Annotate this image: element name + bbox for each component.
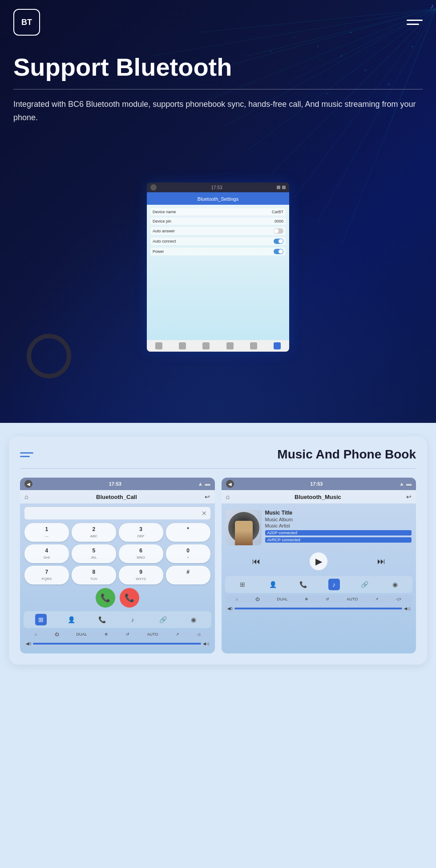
nav-apps[interactable] bbox=[155, 342, 162, 349]
music-status-bar-2: ◀ 0 ◀ ◁ bbox=[225, 604, 413, 612]
music-nav-contacts[interactable]: 👤 bbox=[267, 579, 279, 590]
screen-status-icons bbox=[277, 186, 286, 189]
device-pin-value: 0000 bbox=[275, 219, 283, 223]
key-4[interactable]: 4GHI bbox=[24, 544, 69, 563]
call-status-home[interactable]: ⌂ bbox=[35, 632, 37, 637]
key-8[interactable]: 8TUV bbox=[72, 566, 116, 584]
answer-call-button[interactable]: 📞 bbox=[96, 588, 115, 608]
screen-time: 17:53 bbox=[211, 185, 222, 190]
call-nav-settings[interactable]: ◉ bbox=[188, 614, 199, 625]
call-nav-phone[interactable]: 📞 bbox=[96, 614, 108, 625]
key-2[interactable]: 2ABC bbox=[72, 523, 116, 542]
call-slide[interactable] bbox=[33, 643, 201, 645]
keypad: 1— 2ABC 3DEF * 4GHI 5JKL 6MNO 0+ 7PQRS 8… bbox=[24, 523, 210, 584]
music-nav-settings[interactable]: ◉ bbox=[389, 579, 401, 590]
key-1[interactable]: 1— bbox=[24, 523, 69, 542]
key-9[interactable]: 9WXYZ bbox=[119, 566, 163, 584]
hero-divider bbox=[13, 89, 423, 89]
power-toggle[interactable] bbox=[274, 249, 283, 254]
call-screen-card: ◀ 17:53 ▲ ▬ ⌂ Bluetooth_Call ↩ ✕ bbox=[20, 478, 215, 653]
music-next-button[interactable]: ⏭ bbox=[374, 554, 388, 568]
call-clear-button[interactable]: ✕ bbox=[202, 510, 207, 517]
screen-title-bar: Bluetooth_Settings bbox=[147, 192, 289, 205]
infotainment-screen: 17:53 Bluetooth_Settings Device name Car… bbox=[147, 183, 289, 352]
call-status-vol[interactable]: ◁ bbox=[197, 632, 200, 637]
music-back-2[interactable]: ◀ bbox=[227, 606, 230, 611]
call-action-buttons: 📞 📞 bbox=[24, 588, 210, 608]
music-status-auto: AUTO bbox=[347, 597, 358, 601]
music-info: Music Title Music Album Music Artist A2D… bbox=[265, 510, 412, 543]
key-3[interactable]: 3DEF bbox=[119, 523, 163, 542]
auto-connect-toggle[interactable] bbox=[274, 239, 283, 244]
call-nav-music[interactable]: ♪ bbox=[127, 614, 138, 625]
call-status-auto: AUTO bbox=[147, 632, 158, 637]
nav-link[interactable] bbox=[250, 342, 257, 349]
music-album: Music Album bbox=[265, 517, 412, 522]
call-screen-title-bar: ⌂ Bluetooth_Call ↩ bbox=[20, 490, 215, 503]
bt-logo: BT bbox=[13, 9, 40, 36]
nav-music[interactable] bbox=[226, 342, 234, 349]
device-name-value: CarBT bbox=[272, 210, 283, 214]
screen-settings-content: Device name CarBT Device pin 0000 Auto a… bbox=[147, 205, 289, 340]
screen-back-btn bbox=[150, 184, 157, 191]
music-home-icon: ⌂ bbox=[226, 493, 230, 500]
card-title: Music And Phone Book bbox=[277, 447, 416, 462]
call-nav-contacts[interactable]: 👤 bbox=[66, 614, 77, 625]
album-person-art bbox=[235, 521, 253, 545]
music-title: Music Title bbox=[265, 510, 412, 516]
call-vol2[interactable]: ◁ bbox=[206, 641, 209, 646]
car-container: 17:53 Bluetooth_Settings Device name Car… bbox=[0, 174, 436, 423]
music-slide[interactable] bbox=[234, 608, 402, 609]
key-5[interactable]: 5JKL bbox=[72, 544, 116, 563]
hero-title: Support Bluetooth bbox=[13, 53, 423, 81]
music-status-bar: ⌂ ⏻ DUAL ❄ ↺ AUTO ↗ ◁+ bbox=[225, 595, 413, 603]
music-battery-icon: ▬ bbox=[406, 481, 412, 487]
settings-power-row: Power bbox=[150, 247, 286, 256]
settings-device-name-row: Device name CarBT bbox=[150, 208, 286, 215]
hero-nav: BT bbox=[0, 9, 436, 36]
screen-icon-1 bbox=[277, 186, 280, 189]
call-status-power[interactable]: ⏻ bbox=[55, 632, 59, 637]
nav-phone[interactable] bbox=[202, 342, 210, 349]
music-prev-button[interactable]: ⏮ bbox=[249, 554, 263, 568]
music-nav-music[interactable]: ♪ bbox=[328, 579, 340, 590]
nav-bluetooth[interactable] bbox=[274, 342, 281, 349]
music-back-icon: ↩ bbox=[406, 493, 412, 500]
a2dp-connected-badge: A2DP connected bbox=[265, 530, 412, 535]
music-content-area: Music Title Music Album Music Artist A2D… bbox=[226, 510, 412, 545]
nav-contacts[interactable] bbox=[179, 342, 186, 349]
music-nav-apps[interactable]: ⊞ bbox=[237, 579, 248, 590]
auto-answer-toggle[interactable] bbox=[274, 228, 283, 234]
call-nav-link[interactable]: 🔗 bbox=[157, 614, 169, 625]
music-screen-back-btn[interactable]: ◀ bbox=[226, 480, 234, 488]
settings-device-pin-row: Device pin 0000 bbox=[150, 218, 286, 225]
music-status-vol[interactable]: ◁+ bbox=[396, 597, 401, 601]
key-star[interactable]: * bbox=[166, 523, 210, 542]
svg-point-15 bbox=[317, 46, 319, 47]
key-6[interactable]: 6MNO bbox=[119, 544, 163, 563]
music-status-power[interactable]: ⏻ bbox=[255, 597, 259, 601]
key-hash[interactable]: # bbox=[166, 566, 210, 584]
music-screen-time: 17:53 bbox=[310, 481, 323, 487]
avrcp-connected-badge: AVRCP connected bbox=[265, 537, 412, 543]
svg-point-19 bbox=[270, 51, 271, 52]
hamburger-menu[interactable] bbox=[407, 20, 423, 25]
steering-wheel bbox=[27, 334, 71, 378]
key-0[interactable]: 0+ bbox=[166, 544, 210, 563]
call-screen-back-btn[interactable]: ◀ bbox=[24, 480, 32, 488]
music-play-button[interactable]: ▶ bbox=[310, 552, 327, 570]
music-playback-controls: ⏮ ▶ ⏭ bbox=[222, 549, 416, 574]
end-call-button[interactable]: 📞 bbox=[120, 588, 139, 608]
call-back-2[interactable]: ◀ bbox=[26, 641, 29, 646]
music-nav-phone[interactable]: 📞 bbox=[298, 579, 309, 590]
music-vol2[interactable]: ◁ bbox=[407, 606, 410, 611]
call-status-ac: ❄ bbox=[105, 632, 108, 637]
music-status-home[interactable]: ⌂ bbox=[236, 597, 238, 601]
power-label: Power bbox=[153, 249, 164, 254]
key-7[interactable]: 7PQRS bbox=[24, 566, 69, 584]
music-nav-link[interactable]: 🔗 bbox=[359, 579, 370, 590]
call-status-bar: ⌂ ⏻ DUAL ❄ ↺ AUTO ↗ ◁ bbox=[24, 630, 211, 638]
call-nav-apps[interactable]: ⊞ bbox=[35, 614, 47, 625]
call-screen-top-icons: ▲ ▬ bbox=[198, 481, 210, 487]
card-divider bbox=[20, 468, 416, 469]
